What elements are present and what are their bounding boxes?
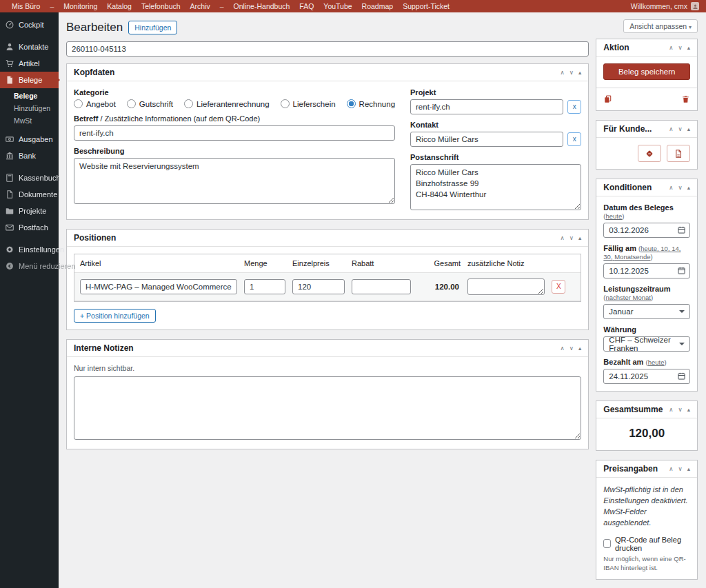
collapse-icon[interactable]: ▴ [687,126,690,132]
move-down-icon[interactable]: ∨ [678,126,682,132]
move-down-icon[interactable]: ∨ [569,345,574,352]
radio-angebot[interactable]: Angebot [74,99,116,108]
move-up-icon[interactable]: ∧ [561,70,565,76]
heute-link[interactable]: heute [606,212,623,220]
kontakt-clear-button[interactable]: x [567,132,581,146]
submenu-hinzufuegen[interactable]: Hinzufügen [0,102,59,114]
sidebar-item-kontakte[interactable]: Kontakte [0,39,59,55]
save-beleg-button[interactable]: Beleg speichern [603,63,690,80]
collapse-icon[interactable]: ▴ [687,185,690,191]
radio-rechnung-input[interactable] [347,99,356,108]
adminbar-welcome[interactable]: Willkommen, cmx [631,2,699,10]
waehrung-select[interactable]: CHF – Schweizer Franken [603,336,690,352]
artikel-input[interactable] [80,279,237,294]
move-up-icon[interactable]: ∧ [669,407,673,413]
bezahlt-input[interactable] [603,369,690,384]
collapse-icon[interactable]: ▴ [687,45,690,51]
adminbar-katalog[interactable]: Katalog [102,2,137,10]
bezahlt-heute-link[interactable]: heute [648,358,665,366]
faellig-heute-link[interactable]: heute, [641,245,660,252]
collapse-icon[interactable]: ▴ [578,70,581,76]
qr-code-checkbox[interactable] [603,539,611,548]
move-up-icon[interactable]: ∧ [669,126,673,132]
move-down-icon[interactable]: ∨ [569,235,574,241]
faellig-input[interactable] [603,263,690,278]
einzelpreis-input[interactable] [292,279,345,294]
radio-gutschrift-input[interactable] [127,99,136,108]
qr-code-checkbox-row[interactable]: QR-Code auf Beleg drucken [603,536,690,552]
radio-rechnung[interactable]: Rechnung [347,99,395,108]
collapse-icon[interactable]: ▴ [578,235,581,241]
radio-lieferschein-input[interactable] [281,99,290,108]
position-delete-button[interactable]: X [552,280,565,294]
adminbar-telefonbuch[interactable]: Telefonbuch [137,2,185,10]
sidebar-item-belege[interactable]: Belege [0,72,59,88]
faellig-monatsende-link[interactable]: Monatsende [614,253,650,261]
move-up-icon[interactable]: ∧ [669,45,673,51]
interne-notizen-textarea[interactable] [74,376,581,440]
notiz-textarea[interactable] [467,278,545,295]
sidebar-item-menu-reduzieren[interactable]: Menü reduzieren [0,258,59,274]
sidebar-item-bank[interactable]: Bank [0,148,59,164]
menge-input[interactable] [244,279,285,294]
adminbar-site[interactable]: Mis Büro [7,2,45,10]
beleg-datum-input[interactable] [603,223,690,238]
collapse-icon[interactable]: ▴ [687,466,690,472]
naechster-monat-link[interactable]: nächster Monat [606,294,651,301]
submenu-mwst[interactable]: MwSt [0,114,59,127]
move-up-icon[interactable]: ∧ [669,466,673,472]
sidebar-item-projekte[interactable]: Projekte [0,203,59,219]
radio-lieferschein[interactable]: Lieferschein [281,99,336,108]
sidebar-item-dokumente[interactable]: Dokumente [0,186,59,203]
trash-icon[interactable] [681,94,690,103]
faellig-30-link[interactable]: 30, [603,253,614,261]
sidebar-item-kassenbuch[interactable]: Kassenbuch [0,170,59,186]
add-position-button[interactable]: + Position hinzufügen [74,309,156,323]
radio-lieferantenrechnung-input[interactable] [184,99,193,108]
leistungszeitraum-select[interactable]: Januar [603,304,690,319]
adminbar-youtube[interactable]: YouTube [319,2,356,10]
move-up-icon[interactable]: ∧ [669,185,673,191]
move-up-icon[interactable]: ∧ [561,235,565,241]
betreff-input[interactable] [74,125,395,141]
move-down-icon[interactable]: ∨ [678,185,682,191]
add-document-button[interactable]: Hinzufügen [128,21,177,34]
collapse-icon[interactable]: ▴ [687,407,690,413]
sidebar-item-artikel[interactable]: Artikel [0,55,59,72]
send-email-button[interactable] [638,145,661,162]
sidebar-item-ausgaben[interactable]: Ausgaben [0,131,59,148]
adminbar-monitoring[interactable]: Monitoring [59,2,102,10]
projekt-clear-button[interactable]: x [567,100,581,114]
adminbar-handbuch[interactable]: Online-Handbuch [229,2,295,10]
move-down-icon[interactable]: ∨ [678,466,682,472]
rabatt-input[interactable] [352,279,411,294]
adminbar-support[interactable]: Support-Ticket [398,2,454,10]
pdf-button[interactable] [667,145,690,162]
sidebar-item-cockpit[interactable]: Cockpit [0,17,59,33]
radio-angebot-input[interactable] [74,99,83,108]
faellig-14-link[interactable]: 14, [672,245,680,252]
projekt-input[interactable] [410,99,563,114]
ansicht-anpassen-button[interactable]: Ansicht anpassen ▾ [623,19,698,33]
adminbar-faq[interactable]: FAQ [294,2,319,10]
envelope-icon [5,223,14,232]
radio-gutschrift[interactable]: Gutschrift [127,99,173,108]
postanschrift-textarea[interactable]: Ricco Müller Cars Binzhofstrasse 99 CH-8… [410,164,581,210]
duplicate-icon[interactable] [603,94,612,103]
document-number-input[interactable] [66,41,589,57]
move-up-icon[interactable]: ∧ [561,345,565,352]
kontakt-input[interactable] [410,132,563,147]
radio-lieferantenrechnung[interactable]: Lieferantenrechnung [184,99,270,108]
move-down-icon[interactable]: ∨ [678,407,682,413]
beschreibung-textarea[interactable]: Website mit Reservierungssystem [74,158,395,204]
move-down-icon[interactable]: ∨ [569,70,574,76]
sidebar-item-einstellungen[interactable]: Einstellungen [0,241,59,258]
sidebar-item-postfach[interactable]: Postfach [0,219,59,236]
submenu-belege[interactable]: Belege [0,90,59,102]
adminbar-archiv[interactable]: Archiv [185,2,215,10]
faellig-10-link[interactable]: 10, [660,245,672,252]
adminbar-roadmap[interactable]: Roadmap [357,2,399,10]
bank-icon [5,151,14,161]
collapse-icon[interactable]: ▴ [578,345,581,352]
move-down-icon[interactable]: ∨ [678,45,682,51]
